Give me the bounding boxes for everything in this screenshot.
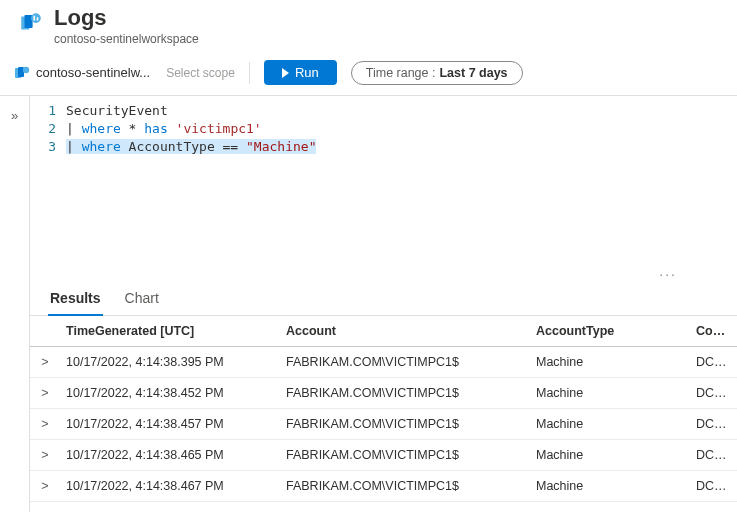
cell-account: FABRIKAM.COM\VICTIMPC1$	[280, 471, 530, 502]
tab-chart[interactable]: Chart	[123, 282, 161, 315]
col-accounttype[interactable]: AccountType	[530, 316, 690, 347]
cell-account: FABRIKAM.COM\VICTIMPC1$	[280, 409, 530, 440]
query-toolbar: contoso-sentinelw... Select scope Run Ti…	[0, 54, 737, 96]
table-row[interactable]: >10/17/2022, 4:14:38.467 PMFABRIKAM.COM\…	[30, 471, 737, 502]
results-tabs: Results Chart	[30, 282, 737, 316]
cell-computer: DC1.fabrikam	[690, 347, 737, 378]
run-button-label: Run	[295, 65, 319, 80]
col-expand	[30, 316, 60, 347]
table-header-row: TimeGenerated [UTC] Account AccountType …	[30, 316, 737, 347]
table-row[interactable]: >10/17/2022, 4:14:38.470 PMFABRIKAM.COM\…	[30, 502, 737, 512]
table-row[interactable]: >10/17/2022, 4:14:38.452 PMFABRIKAM.COM\…	[30, 378, 737, 409]
cell-computer: DC1.fabrikam	[690, 378, 737, 409]
logs-icon	[18, 10, 44, 36]
cell-time: 10/17/2022, 4:14:38.470 PM	[60, 502, 280, 512]
cell-account: FABRIKAM.COM\VICTIMPC1$	[280, 502, 530, 512]
toolbar-divider	[249, 62, 250, 84]
table-row[interactable]: >10/17/2022, 4:14:38.465 PMFABRIKAM.COM\…	[30, 440, 737, 471]
cell-account: FABRIKAM.COM\VICTIMPC1$	[280, 347, 530, 378]
cell-account: FABRIKAM.COM\VICTIMPC1$	[280, 378, 530, 409]
page-title: Logs	[54, 6, 199, 30]
time-range-picker[interactable]: Time range : Last 7 days	[351, 61, 523, 85]
expand-row-icon[interactable]: >	[30, 440, 60, 471]
cell-computer: DC1.fabrikam	[690, 502, 737, 512]
expand-row-icon[interactable]: >	[30, 409, 60, 440]
editor-gutter: 123	[30, 102, 66, 266]
cell-time: 10/17/2022, 4:14:38.395 PM	[60, 347, 280, 378]
cell-type: Machine	[530, 378, 690, 409]
cell-time: 10/17/2022, 4:14:38.452 PM	[60, 378, 280, 409]
svg-point-7	[23, 66, 29, 72]
query-editor[interactable]: 123 SecurityEvent| where * has 'victimpc…	[30, 96, 737, 266]
cell-time: 10/17/2022, 4:14:38.467 PM	[60, 471, 280, 502]
expand-row-icon[interactable]: >	[30, 502, 60, 512]
col-computer[interactable]: Computer	[690, 316, 737, 347]
cell-computer: DC1.fabrikam	[690, 440, 737, 471]
select-scope-link[interactable]: Select scope	[166, 66, 235, 80]
expand-row-icon[interactable]: >	[30, 471, 60, 502]
cell-type: Machine	[530, 440, 690, 471]
cell-type: Machine	[530, 502, 690, 512]
workspace-icon	[14, 65, 30, 81]
more-menu-icon[interactable]: ···	[30, 266, 737, 282]
page-header: Logs contoso-sentinelworkspace	[0, 0, 737, 54]
svg-rect-4	[37, 17, 39, 20]
col-timegenerated[interactable]: TimeGenerated [UTC]	[60, 316, 280, 347]
expand-row-icon[interactable]: >	[30, 347, 60, 378]
scope-picker[interactable]: contoso-sentinelw...	[14, 65, 150, 81]
table-row[interactable]: >10/17/2022, 4:14:38.395 PMFABRIKAM.COM\…	[30, 347, 737, 378]
cell-type: Machine	[530, 471, 690, 502]
expand-row-icon[interactable]: >	[30, 378, 60, 409]
run-button[interactable]: Run	[264, 60, 337, 85]
side-panel-collapsed: »	[0, 96, 30, 512]
play-icon	[282, 68, 289, 78]
scope-name: contoso-sentinelw...	[36, 65, 150, 80]
editor-code[interactable]: SecurityEvent| where * has 'victimpc1'| …	[66, 102, 316, 266]
cell-computer: DC1.fabrikam	[690, 409, 737, 440]
tab-results[interactable]: Results	[48, 282, 103, 315]
svg-rect-3	[33, 16, 35, 21]
expand-panel-icon[interactable]: »	[11, 108, 18, 123]
cell-time: 10/17/2022, 4:14:38.457 PM	[60, 409, 280, 440]
page-subtitle: contoso-sentinelworkspace	[54, 32, 199, 46]
cell-time: 10/17/2022, 4:14:38.465 PM	[60, 440, 280, 471]
results-table-wrap: TimeGenerated [UTC] Account AccountType …	[30, 316, 737, 512]
svg-rect-6	[18, 67, 24, 77]
table-row[interactable]: >10/17/2022, 4:14:38.457 PMFABRIKAM.COM\…	[30, 409, 737, 440]
cell-account: FABRIKAM.COM\VICTIMPC1$	[280, 440, 530, 471]
time-range-label: Time range :	[366, 66, 436, 80]
cell-computer: DC1.fabrikam	[690, 471, 737, 502]
col-account[interactable]: Account	[280, 316, 530, 347]
svg-point-2	[31, 13, 41, 23]
cell-type: Machine	[530, 347, 690, 378]
cell-type: Machine	[530, 409, 690, 440]
results-table: TimeGenerated [UTC] Account AccountType …	[30, 316, 737, 512]
time-range-value: Last 7 days	[439, 66, 507, 80]
